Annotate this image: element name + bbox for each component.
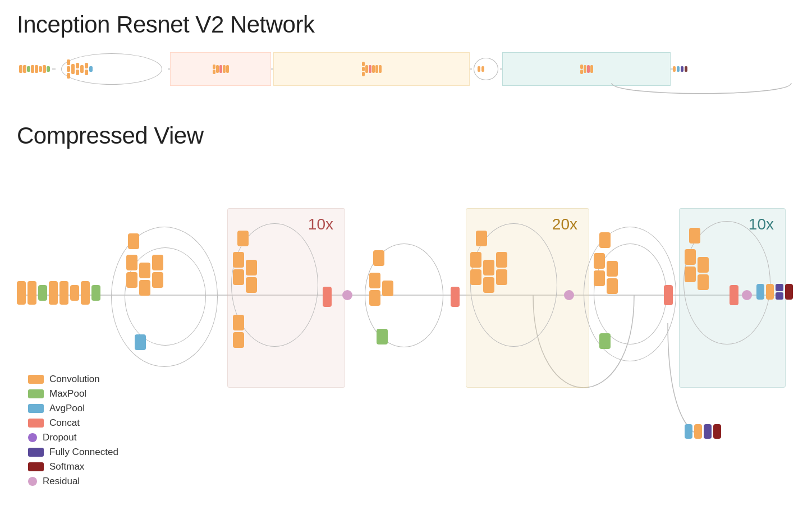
overview-strip: [17, 49, 795, 89]
legend-maxpool: MaxPool: [28, 388, 118, 399]
pink-bottom-nodes: [233, 315, 244, 348]
legend-swatch-avgpool: [28, 404, 44, 413]
compressed-canvas: 10x: [17, 160, 791, 452]
residual-dot-1: [342, 290, 352, 300]
legend-label-residual: Residual: [43, 476, 80, 487]
legend-avgpool: AvgPool: [28, 403, 118, 414]
compressed-section: Compressed View: [17, 122, 795, 452]
g3-bottom-green: [599, 333, 611, 349]
legend-label-convolution: Convolution: [49, 374, 100, 385]
legend-concat: Concat: [28, 417, 118, 429]
network-overview: [17, 44, 795, 105]
legend-label-maxpool: MaxPool: [49, 388, 86, 399]
node-conv-1: [17, 281, 26, 305]
page-title: Inception Resnet V2 Network: [17, 11, 795, 38]
teal-mid-nodes: [685, 249, 709, 290]
ov-initial-nodes: [19, 65, 50, 73]
initial-nodes: [17, 281, 100, 305]
pink-mid-nodes: [233, 252, 257, 293]
legend-dropout: Dropout: [28, 432, 118, 443]
bottom-final-nodes: [685, 424, 721, 439]
node-conv-5: [70, 285, 79, 301]
pink-top-node: [237, 231, 249, 246]
legend-convolution: Convolution: [28, 374, 118, 385]
node-conv-6: [81, 281, 90, 305]
pink-exit-nodes: [323, 287, 332, 307]
yellow-mid-nodes: [470, 252, 507, 293]
stem-top-col: [128, 233, 139, 249]
g3-mid: [594, 253, 618, 294]
stem-bottom-blue: [135, 334, 146, 350]
legend-dot-dropout: [28, 433, 37, 442]
trans1-bottom-green: [377, 329, 388, 344]
compressed-title: Compressed View: [17, 122, 795, 149]
page-container: Inception Resnet V2 Network: [0, 0, 812, 463]
trans1-mid: [369, 273, 393, 306]
teal-repeat-label: 10x: [749, 215, 774, 233]
teal-concat: [730, 285, 738, 305]
yellow-repeat-label: 20x: [552, 215, 577, 233]
final-nodes: [756, 284, 793, 300]
stem-mid: [126, 255, 163, 296]
residual-dot-2: [564, 290, 574, 300]
g3-concat: [664, 285, 673, 305]
teal-top-node: [689, 228, 700, 243]
legend-label-fc: Fully Connected: [49, 447, 118, 458]
node-conv-2: [27, 281, 36, 305]
legend-label-concat: Concat: [49, 417, 80, 429]
legend-swatch-maxpool: [28, 389, 44, 398]
residual-dot-3: [742, 290, 752, 300]
legend-label-avgpool: AvgPool: [49, 403, 85, 414]
node-conv-3: [49, 281, 58, 305]
node-maxpool-2: [91, 285, 100, 301]
legend-fully-connected: Fully Connected: [28, 447, 118, 458]
legend-residual: Residual: [28, 476, 118, 487]
yellow-top-node: [476, 231, 487, 246]
legend-swatch-softmax: [28, 462, 44, 471]
legend-softmax: Softmax: [28, 461, 118, 472]
node-conv-4: [59, 281, 68, 305]
node-maxpool-1: [38, 285, 47, 301]
trans1-top: [373, 250, 384, 266]
legend-dot-residual: [28, 477, 37, 486]
legend-swatch-fc: [28, 448, 44, 457]
g3-top: [599, 232, 611, 248]
pink-repeat-label: 10x: [308, 215, 333, 233]
legend: Convolution MaxPool AvgPool Concat Dropo…: [28, 374, 118, 487]
legend-label-softmax: Softmax: [49, 461, 84, 472]
legend-swatch-convolution: [28, 375, 44, 384]
trans1-exit-concat: [451, 287, 460, 307]
legend-label-dropout: Dropout: [43, 432, 76, 443]
legend-swatch-concat: [28, 419, 44, 428]
